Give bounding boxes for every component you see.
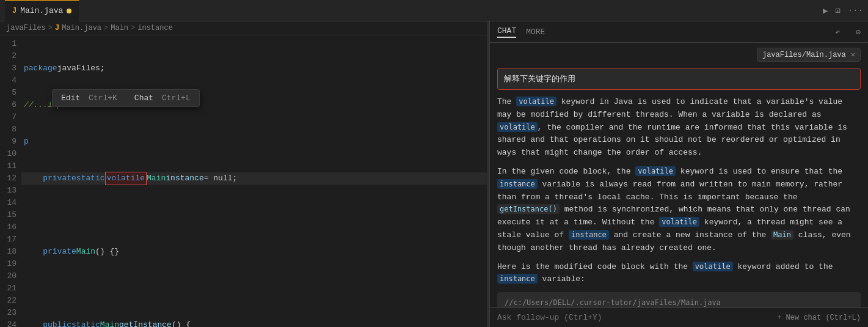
title-bar: J Main.java ▶ ⊡ ··· — [0, 0, 868, 21]
main-tab[interactable]: J Main.java — [5, 0, 79, 21]
file-ref-pill: javaFiles/Main.java ✕ — [757, 48, 861, 62]
chat-panel: CHAT MORE ↶ ⊙ javaFiles/Main.java ✕ 解释下关… — [489, 21, 868, 327]
toolbar-right: ▶ ⊡ ··· — [823, 6, 863, 16]
code-line-6: private Main() {} — [21, 246, 487, 258]
new-chat-button[interactable]: + New chat (Ctrl+L) — [777, 314, 861, 322]
chat-header-icons: ↶ ⊙ — [835, 27, 861, 37]
code-line-7 — [21, 282, 487, 295]
context-tooltip: Edit Ctrl+K Chat Ctrl+L — [52, 89, 200, 107]
tab-modified-dot — [67, 9, 71, 13]
chat-body[interactable]: javaFiles/Main.java ✕ 解释下关键字的作用 The vola… — [490, 43, 868, 307]
chat-input-area: + New chat (Ctrl+L) — [490, 307, 868, 327]
breadcrumb: javaFiles > J Main.java > Main > instanc… — [0, 21, 487, 35]
file-reference-row: javaFiles/Main.java ✕ — [497, 48, 861, 62]
more-icon[interactable]: ··· — [848, 6, 863, 15]
ai-para-2: In the given code block, the volatile ke… — [497, 166, 861, 255]
volatile-code-5: volatile — [693, 262, 733, 271]
ai-para-1: The volatile keyword in Java is used to … — [497, 96, 861, 160]
java-icon: J — [12, 7, 16, 15]
volatile-code-1: volatile — [516, 97, 556, 106]
history-icon[interactable]: ↶ — [835, 28, 840, 37]
code-area[interactable]: 12345 678910 1112131415 1617181920 21222… — [0, 35, 487, 327]
tab-more[interactable]: MORE — [526, 28, 545, 37]
split-icon[interactable]: ⊡ — [835, 6, 840, 16]
code-content[interactable]: package javaFiles; //...implementation p… — [21, 35, 487, 327]
chat-header: CHAT MORE ↶ ⊙ — [490, 21, 868, 43]
user-message: 解释下关键字的作用 — [497, 68, 861, 90]
ai-response: The volatile keyword in Java is used to … — [497, 96, 861, 307]
run-icon[interactable]: ▶ — [823, 6, 828, 16]
code-line-1: package javaFiles; — [21, 62, 487, 75]
tab-chat[interactable]: CHAT — [497, 26, 516, 38]
volatile-code-4: volatile — [659, 217, 699, 227]
chat-input[interactable] — [497, 313, 772, 322]
volatile-keyword: volatile — [105, 172, 147, 185]
tab-filename: Main.java — [20, 6, 63, 15]
instance-code-1: instance — [497, 179, 538, 189]
editor-panel: javaFiles > J Main.java > Main > instanc… — [0, 21, 487, 327]
sep1: > — [48, 24, 53, 32]
breadcrumb-main: Main — [111, 24, 128, 32]
instance-code-3: instance — [497, 274, 538, 284]
close-file-ref[interactable]: ✕ — [851, 50, 855, 59]
settings-icon[interactable]: ⊙ — [856, 28, 861, 37]
ai-para-3: Here is the modified code block with the… — [497, 261, 861, 287]
code-line-3: p — [21, 136, 487, 148]
sep3: > — [131, 24, 135, 32]
code-line-4: private static volatile Main instance = … — [21, 172, 487, 185]
volatile-code-3: volatile — [635, 166, 676, 176]
instance-code-2: instance — [569, 230, 609, 240]
code-line-8: public static Main getInstance() { — [21, 319, 487, 327]
getInstance-code: getInstance() — [497, 204, 560, 214]
sep2: > — [104, 24, 108, 32]
code-block-output: //c:/Users/DELL/.cursor-tutor/javaFiles/… — [497, 292, 861, 307]
breadcrumb-mainjava: Main.java — [62, 24, 101, 32]
tooltip-chat[interactable]: Chat Ctrl+L — [126, 90, 199, 106]
breadcrumb-icon: J — [55, 24, 59, 32]
code-block-path: //c:/Users/DELL/.cursor-tutor/javaFiles/… — [505, 297, 853, 307]
tooltip-edit[interactable]: Edit Ctrl+K — [53, 90, 126, 106]
main-layout: javaFiles > J Main.java > Main > instanc… — [0, 21, 868, 327]
code-line-5 — [21, 209, 487, 221]
breadcrumb-javafiles: javaFiles — [6, 24, 46, 32]
volatile-code-2: volatile — [497, 122, 538, 132]
line-numbers: 12345 678910 1112131415 1617181920 21222… — [0, 35, 21, 327]
file-ref-path: javaFiles/Main.java — [762, 51, 846, 59]
breadcrumb-instance: instance — [137, 24, 173, 32]
main-code: Main — [771, 230, 793, 240]
